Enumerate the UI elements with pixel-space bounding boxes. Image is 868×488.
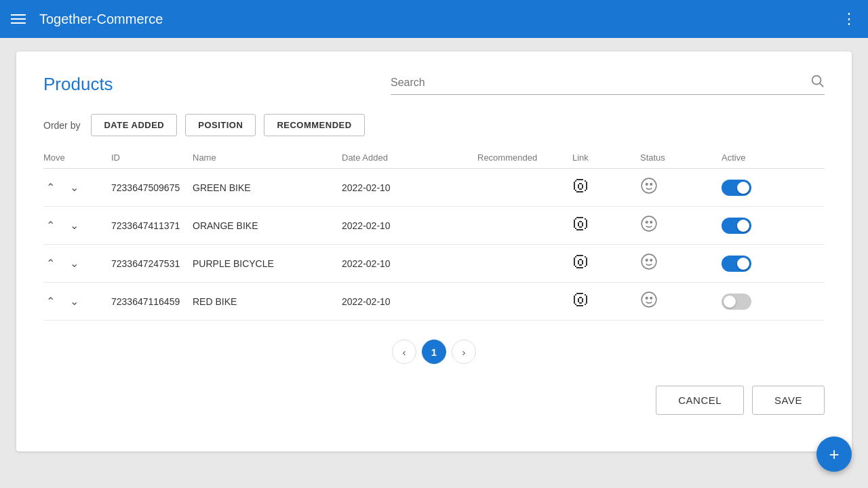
name-cell: PURPLE BICYCLE bbox=[193, 258, 342, 269]
id-cell: 7233647116459 bbox=[111, 296, 193, 307]
page-title: Products bbox=[43, 74, 113, 95]
move-cell: ⌃ ⌄ bbox=[43, 292, 111, 310]
order-by-row: Order by DATE ADDED POSITION RECOMMENDED bbox=[43, 114, 825, 136]
svg-point-9 bbox=[646, 259, 648, 261]
table-header: Move ID Name Date Added Recommended Link… bbox=[43, 152, 825, 169]
col-id: ID bbox=[111, 152, 193, 163]
status-cell[interactable] bbox=[640, 291, 722, 312]
id-cell: 7233647509675 bbox=[111, 182, 193, 193]
link-cell[interactable] bbox=[572, 216, 640, 236]
order-by-date-added-button[interactable]: DATE ADDED bbox=[91, 114, 177, 136]
svg-point-4 bbox=[650, 183, 652, 185]
col-recommended: Recommended bbox=[477, 152, 572, 163]
move-down-button[interactable]: ⌄ bbox=[67, 178, 81, 197]
svg-point-7 bbox=[650, 221, 652, 223]
status-icon[interactable] bbox=[640, 215, 658, 237]
link-cell[interactable] bbox=[572, 178, 640, 198]
active-toggle[interactable] bbox=[722, 293, 751, 310]
footer-row: CANCEL SAVE bbox=[43, 386, 825, 415]
prev-page-button[interactable]: ‹ bbox=[392, 340, 416, 364]
date-cell: 2022-02-10 bbox=[342, 220, 477, 231]
svg-point-12 bbox=[646, 297, 648, 299]
name-cell: GREEN BIKE bbox=[193, 182, 342, 193]
link-cell[interactable] bbox=[572, 253, 640, 274]
main-card: Products Order by DATE ADDED POSITION RE… bbox=[16, 52, 852, 451]
page-1-button[interactable]: 1 bbox=[422, 340, 446, 364]
col-status: Status bbox=[640, 152, 722, 163]
status-icon[interactable] bbox=[640, 253, 658, 274]
active-toggle[interactable] bbox=[722, 180, 751, 196]
status-icon[interactable] bbox=[640, 177, 658, 199]
name-cell: ORANGE BIKE bbox=[193, 220, 342, 231]
order-by-recommended-button[interactable]: RECOMMENDED bbox=[264, 114, 364, 136]
search-icon bbox=[810, 73, 825, 92]
svg-point-13 bbox=[650, 297, 652, 299]
col-link: Link bbox=[572, 152, 640, 163]
products-table: Move ID Name Date Added Recommended Link… bbox=[43, 152, 825, 321]
more-icon[interactable]: ⋮ bbox=[842, 10, 857, 28]
search-input[interactable] bbox=[391, 77, 810, 89]
svg-point-0 bbox=[812, 76, 821, 85]
table-row: ⌃ ⌄ 7233647116459 RED BIKE 2022-02-10 bbox=[43, 283, 825, 321]
svg-point-10 bbox=[650, 259, 652, 261]
date-cell: 2022-02-10 bbox=[342, 182, 477, 193]
order-by-position-button[interactable]: POSITION bbox=[185, 114, 256, 136]
fab-icon: + bbox=[829, 444, 839, 465]
id-cell: 7233647411371 bbox=[111, 220, 193, 231]
col-move: Move bbox=[43, 152, 111, 163]
app-title: Together-Commerce bbox=[39, 12, 163, 27]
active-cell[interactable] bbox=[722, 256, 803, 272]
next-page-button[interactable]: › bbox=[452, 340, 476, 364]
header-row: Products bbox=[43, 73, 825, 95]
move-up-button[interactable]: ⌃ bbox=[43, 216, 58, 235]
link-icon[interactable] bbox=[572, 253, 589, 274]
move-down-button[interactable]: ⌄ bbox=[67, 254, 81, 272]
col-date-added: Date Added bbox=[342, 152, 477, 163]
id-cell: 7233647247531 bbox=[111, 258, 193, 269]
move-cell: ⌃ ⌄ bbox=[43, 254, 111, 272]
table-row: ⌃ ⌄ 7233647247531 PURPLE BICYCLE 2022-02… bbox=[43, 245, 825, 283]
status-icon[interactable] bbox=[640, 291, 658, 312]
svg-point-6 bbox=[646, 221, 648, 223]
link-icon[interactable] bbox=[572, 216, 589, 236]
move-down-button[interactable]: ⌄ bbox=[67, 292, 81, 310]
order-by-label: Order by bbox=[43, 120, 80, 131]
date-cell: 2022-02-10 bbox=[342, 258, 477, 269]
table-row: ⌃ ⌄ 7233647509675 GREEN BIKE 2022-02-10 bbox=[43, 169, 825, 207]
active-toggle[interactable] bbox=[722, 218, 751, 234]
status-cell[interactable] bbox=[640, 215, 722, 237]
name-cell: RED BIKE bbox=[193, 296, 342, 307]
menu-icon[interactable] bbox=[11, 14, 26, 24]
active-toggle[interactable] bbox=[722, 256, 751, 272]
move-up-button[interactable]: ⌃ bbox=[43, 254, 58, 272]
topbar-left: Together-Commerce bbox=[11, 12, 163, 27]
col-active: Active bbox=[722, 152, 803, 163]
save-button[interactable]: SAVE bbox=[752, 386, 825, 415]
col-name: Name bbox=[193, 152, 342, 163]
svg-point-5 bbox=[642, 216, 656, 231]
active-cell[interactable] bbox=[722, 218, 803, 234]
active-cell[interactable] bbox=[722, 180, 803, 196]
search-container bbox=[391, 73, 825, 95]
active-cell[interactable] bbox=[722, 293, 803, 310]
link-icon[interactable] bbox=[572, 178, 589, 198]
cancel-button[interactable]: CANCEL bbox=[656, 386, 744, 415]
move-down-button[interactable]: ⌄ bbox=[67, 216, 81, 235]
fab-button[interactable]: + bbox=[816, 436, 852, 472]
svg-point-2 bbox=[642, 178, 656, 193]
move-up-button[interactable]: ⌃ bbox=[43, 178, 58, 197]
table-row: ⌃ ⌄ 7233647411371 ORANGE BIKE 2022-02-10 bbox=[43, 207, 825, 245]
topbar: Together-Commerce ⋮ bbox=[0, 0, 868, 38]
link-cell[interactable] bbox=[572, 291, 640, 312]
move-up-button[interactable]: ⌃ bbox=[43, 292, 58, 310]
move-cell: ⌃ ⌄ bbox=[43, 216, 111, 235]
move-cell: ⌃ ⌄ bbox=[43, 178, 111, 197]
status-cell[interactable] bbox=[640, 177, 722, 199]
svg-line-1 bbox=[820, 83, 823, 87]
pagination: ‹ 1 › bbox=[43, 340, 825, 364]
status-cell[interactable] bbox=[640, 253, 722, 274]
link-icon[interactable] bbox=[572, 291, 589, 312]
svg-point-3 bbox=[646, 183, 648, 185]
svg-point-8 bbox=[642, 254, 656, 269]
date-cell: 2022-02-10 bbox=[342, 296, 477, 307]
